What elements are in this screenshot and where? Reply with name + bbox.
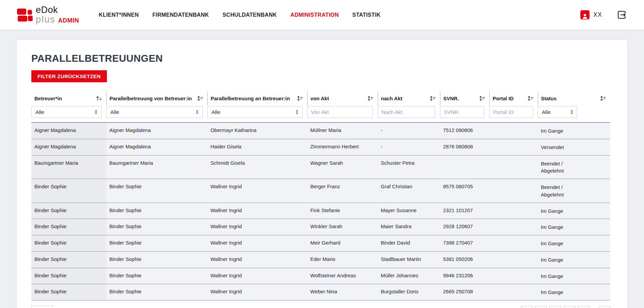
filter-select-status[interactable]: Alle — [538, 106, 577, 118]
cell-von-akt: Zimmermann Herbert — [307, 139, 378, 155]
filter-select-parallelbetreuung-an-betreuer-in[interactable]: Alle — [207, 106, 302, 118]
table-row[interactable]: Aigner MagdalenaAigner MagdalenaObermayr… — [31, 122, 610, 139]
logo-name-top: eDok — [36, 5, 79, 15]
page-button-2[interactable]: 2 — [535, 306, 547, 308]
cell-von-akt: Weber Nina — [307, 284, 378, 300]
table-row[interactable]: Binder SophieBinder SophieWallner Ingrid… — [31, 251, 610, 268]
column-label: Betreuer*in — [34, 96, 62, 101]
cell-parallelbetreuung-von-betreuer-in: Binder Sophie — [106, 284, 207, 300]
column-label: Parallelbetreuung an Betreuer:in — [211, 96, 290, 101]
app-logo[interactable]: eDok plus ADMIN — [17, 5, 79, 24]
cell-nach-akt: Binder David — [378, 235, 440, 252]
nav-item-schuldatenbank[interactable]: SCHULDATENBANK — [222, 12, 277, 18]
cell-status: Im Gange — [538, 122, 610, 139]
cell-status: Im Gange — [538, 235, 610, 252]
sort-icon[interactable] — [197, 96, 205, 101]
cell-parallelbetreuung-an-betreuer-in: Wallner Ingrid — [207, 219, 307, 235]
nav-item-klient-innen[interactable]: KLIENT*INNEN — [99, 12, 139, 18]
column-header-portal-id[interactable]: Portal ID — [489, 91, 538, 105]
column-label: nach Akt — [381, 96, 403, 101]
page-button-4[interactable]: 4 — [564, 306, 575, 308]
table-row[interactable]: Binder SophieBinder SophieWallner Ingrid… — [31, 268, 610, 284]
table-filter-row: AlleAlleAlleAlle — [31, 105, 610, 122]
cell-betreuer-in: Binder Sophie — [31, 251, 106, 268]
sort-icon[interactable] — [430, 96, 437, 101]
table-header-row: Betreuer*inParallelbetreuung von Betreue… — [31, 91, 610, 105]
filter-input-portal-id[interactable] — [489, 106, 533, 118]
user-initials: XX — [593, 11, 602, 18]
cell-von-akt: Wagner Sarah — [307, 155, 378, 179]
topbar-right: XX — [580, 10, 626, 19]
cell-svnr: 2321 101207 — [440, 203, 489, 219]
sort-icon[interactable] — [96, 96, 104, 101]
filter-select-parallelbetreuung-von-betreuer-in[interactable]: Alle — [106, 106, 203, 118]
filter-reset-button[interactable]: FILTER ZURÜCKSETZEN — [31, 70, 107, 82]
cell-nach-akt: Schuster Petra — [378, 155, 440, 179]
cell-parallelbetreuung-an-betreuer-in: Wallner Ingrid — [207, 268, 307, 284]
top-bar: eDok plus ADMIN KLIENT*INNENFIRMENDATENB… — [0, 0, 644, 30]
pager: 12345...48 — [521, 306, 610, 308]
cell-portal-id — [489, 179, 538, 203]
select-arrows-icon — [295, 109, 299, 115]
cell-portal-id — [489, 122, 538, 139]
cell-status: Beendet / Abgelehnt — [538, 179, 610, 203]
column-header-betreuer-in[interactable]: Betreuer*in — [31, 91, 106, 105]
cell-von-akt: Fink Stefanie — [307, 203, 378, 219]
select-arrows-icon — [195, 109, 199, 115]
filter-input-von-akt[interactable] — [307, 106, 373, 118]
cell-parallelbetreuung-an-betreuer-in: Schmidt Gisela — [207, 155, 307, 179]
cell-svnr: 2876 060808 — [440, 139, 489, 155]
cell-betreuer-in: Binder Sophie — [31, 203, 106, 219]
page-button-1[interactable]: 1 — [521, 306, 532, 308]
page-size-select[interactable]: 10 — [31, 306, 53, 308]
sort-icon[interactable] — [297, 96, 304, 101]
page-button-48[interactable]: 48 — [599, 306, 610, 308]
column-header-parallelbetreuung-von-betreuer-in[interactable]: Parallelbetreuung von Betreuer:in — [106, 91, 207, 105]
table-row[interactable]: Binder SophieBinder SophieWallner Ingrid… — [31, 219, 610, 235]
cell-svnr: 7512 090806 — [440, 122, 489, 139]
nav-item-statistik[interactable]: STATISTIK — [352, 12, 381, 18]
cell-portal-id — [489, 284, 538, 300]
page-button-5[interactable]: 5 — [578, 306, 590, 308]
cell-status: Im Gange — [538, 219, 610, 235]
cell-betreuer-in: Aigner Magdalena — [31, 122, 106, 139]
column-header-nach-akt[interactable]: nach Akt — [378, 91, 440, 105]
logout-button[interactable] — [617, 10, 626, 19]
cell-svnr: 2665 250708 — [440, 284, 489, 300]
table-row[interactable]: Aigner MagdalenaAigner MagdalenaHaider G… — [31, 139, 610, 155]
table-row[interactable]: Binder SophieBinder SophieWallner Ingrid… — [31, 179, 610, 203]
column-header-status[interactable]: Status — [538, 91, 610, 105]
table-row[interactable]: Binder SophieBinder SophieWallner Ingrid… — [31, 284, 610, 300]
cell-parallelbetreuung-an-betreuer-in: Haider Gisela — [207, 139, 307, 155]
filter-input-svnr[interactable] — [440, 106, 485, 118]
user-menu[interactable]: XX — [580, 10, 602, 19]
content-card: PARALLELBETREUUNGEN FILTER ZURÜCKSETZEN … — [16, 40, 628, 308]
table-row[interactable]: Binder SophieBinder SophieWallner Ingrid… — [31, 235, 610, 252]
column-header-svnr[interactable]: SVNR. — [440, 91, 489, 105]
cell-status: Versendet — [538, 139, 610, 155]
table-row[interactable]: Baumgartner MariaBaumgartner MariaSchmid… — [31, 155, 610, 179]
column-header-parallelbetreuung-an-betreuer-in[interactable]: Parallelbetreuung an Betreuer:in — [207, 91, 307, 105]
cell-status: Im Gange — [538, 284, 610, 300]
cell-portal-id — [489, 139, 538, 155]
cell-betreuer-in: Aigner Magdalena — [31, 139, 106, 155]
filter-select-betreuer-in[interactable]: Alle — [31, 106, 101, 118]
cell-parallelbetreuung-von-betreuer-in: Binder Sophie — [106, 219, 207, 235]
sort-icon[interactable] — [528, 96, 535, 101]
sort-icon[interactable] — [479, 96, 487, 101]
filter-input-nach-akt[interactable] — [378, 106, 435, 118]
page-button-3[interactable]: 3 — [550, 306, 561, 308]
nav-item-administration[interactable]: ADMINISTRATION — [290, 12, 339, 18]
nav-item-firmendatenbank[interactable]: FIRMENDATENBANK — [152, 12, 209, 18]
column-label: von Akt — [311, 96, 329, 101]
sort-icon[interactable] — [600, 96, 608, 101]
cell-svnr: 7398 270407 — [440, 235, 489, 252]
table-row[interactable]: Binder SophieBinder SophieWallner Ingrid… — [31, 203, 610, 219]
cell-betreuer-in: Binder Sophie — [31, 179, 106, 203]
cell-parallelbetreuung-von-betreuer-in: Binder Sophie — [106, 235, 207, 252]
sort-icon[interactable] — [367, 96, 375, 101]
cell-nach-akt: - — [378, 122, 440, 139]
cell-nach-akt: Burgstaller Doris — [378, 284, 440, 300]
column-header-von-akt[interactable]: von Akt — [307, 91, 378, 105]
cell-von-akt: Winkler Sarah — [307, 219, 378, 235]
